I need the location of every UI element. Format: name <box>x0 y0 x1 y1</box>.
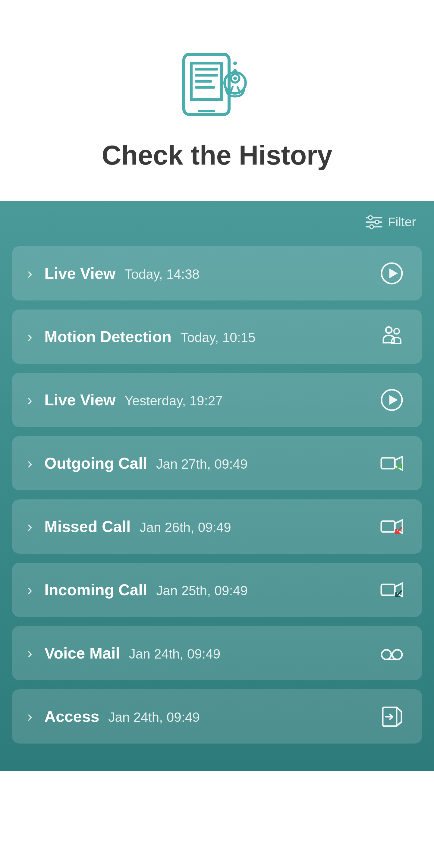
svg-point-6 <box>233 61 237 65</box>
history-item-7[interactable]: › Voice Mail Jan 24th, 09:49 <box>12 626 422 680</box>
item-text: Incoming Call Jan 25th, 09:49 <box>44 581 377 599</box>
filter-button[interactable]: Filter <box>365 213 416 231</box>
item-time: Jan 26th, 09:49 <box>140 520 231 535</box>
item-name: Live View <box>44 264 116 282</box>
item-time: Jan 27th, 09:49 <box>156 457 247 472</box>
svg-point-8 <box>233 76 237 80</box>
item-name: Incoming Call <box>44 581 147 599</box>
history-item-2[interactable]: › Motion Detection Today, 10:15 <box>12 310 422 364</box>
item-text: Access Jan 24th, 09:49 <box>44 707 377 725</box>
item-text: Missed Call Jan 26th, 09:49 <box>44 518 377 535</box>
item-name: Missed Call <box>44 518 130 535</box>
svg-point-22 <box>386 327 392 333</box>
item-name: Motion Detection <box>44 328 172 346</box>
item-name: Outgoing Call <box>44 454 147 472</box>
item-time: Today, 10:15 <box>181 330 255 345</box>
history-item-1[interactable]: › Live View Today, 14:38 <box>12 246 422 301</box>
list-section: Filter › Live View Today, 14:38 › Motion… <box>0 201 434 771</box>
svg-rect-32 <box>381 584 395 595</box>
svg-point-17 <box>369 216 372 219</box>
svg-line-11 <box>230 87 233 92</box>
filter-label: Filter <box>388 215 416 229</box>
page-title: Check the History <box>101 140 332 171</box>
item-time: Jan 25th, 09:49 <box>156 583 247 598</box>
item-type-icon <box>377 385 407 415</box>
item-text: Voice Mail Jan 24th, 09:49 <box>44 644 377 662</box>
history-item-4[interactable]: › Outgoing Call Jan 27th, 09:49 <box>12 436 422 490</box>
chevron-right-icon: › <box>27 707 32 725</box>
item-type-icon <box>377 448 407 478</box>
svg-point-35 <box>381 650 391 659</box>
item-time: Jan 24th, 09:49 <box>129 647 220 661</box>
history-item-3[interactable]: › Live View Yesterday, 19:27 <box>12 373 422 427</box>
item-name: Access <box>44 707 99 725</box>
filter-bar: Filter <box>12 213 422 231</box>
chevron-right-icon: › <box>27 518 32 535</box>
item-type-icon <box>377 258 407 288</box>
item-type-icon <box>377 701 407 732</box>
svg-point-23 <box>394 329 399 334</box>
chevron-right-icon: › <box>27 454 32 472</box>
svg-rect-26 <box>381 458 395 469</box>
svg-line-12 <box>238 87 240 92</box>
history-item-5[interactable]: › Missed Call Jan 26th, 09:49 <box>12 499 422 554</box>
item-type-icon <box>377 321 407 352</box>
item-name: Voice Mail <box>44 644 120 662</box>
svg-marker-25 <box>390 395 398 405</box>
svg-rect-29 <box>381 521 395 532</box>
item-text: Live View Today, 14:38 <box>44 264 377 282</box>
history-item-8[interactable]: › Access Jan 24th, 09:49 <box>12 689 422 744</box>
history-list: › Live View Today, 14:38 › Motion Detect… <box>12 246 422 744</box>
item-type-icon <box>377 575 407 605</box>
chevron-right-icon: › <box>27 391 32 409</box>
item-name: Live View <box>44 391 116 409</box>
chevron-right-icon: › <box>27 644 32 662</box>
svg-point-36 <box>393 650 402 659</box>
svg-marker-21 <box>390 269 398 278</box>
svg-point-19 <box>370 225 373 228</box>
chevron-right-icon: › <box>27 264 32 282</box>
item-time: Today, 14:38 <box>124 267 199 282</box>
item-text: Live View Yesterday, 19:27 <box>44 391 377 409</box>
svg-point-18 <box>375 220 379 224</box>
history-item-6[interactable]: › Incoming Call Jan 25th, 09:49 <box>12 563 422 617</box>
item-time: Yesterday, 19:27 <box>124 393 222 408</box>
item-time: Jan 24th, 09:49 <box>108 710 199 725</box>
item-type-icon <box>377 512 407 541</box>
filter-icon <box>365 213 383 231</box>
chevron-right-icon: › <box>27 328 32 346</box>
header-icon <box>175 36 259 122</box>
item-text: Outgoing Call Jan 27th, 09:49 <box>44 454 377 472</box>
header-section: Check the History <box>0 0 434 201</box>
item-type-icon <box>377 638 407 668</box>
item-text: Motion Detection Today, 10:15 <box>44 328 377 346</box>
chevron-right-icon: › <box>27 581 32 599</box>
